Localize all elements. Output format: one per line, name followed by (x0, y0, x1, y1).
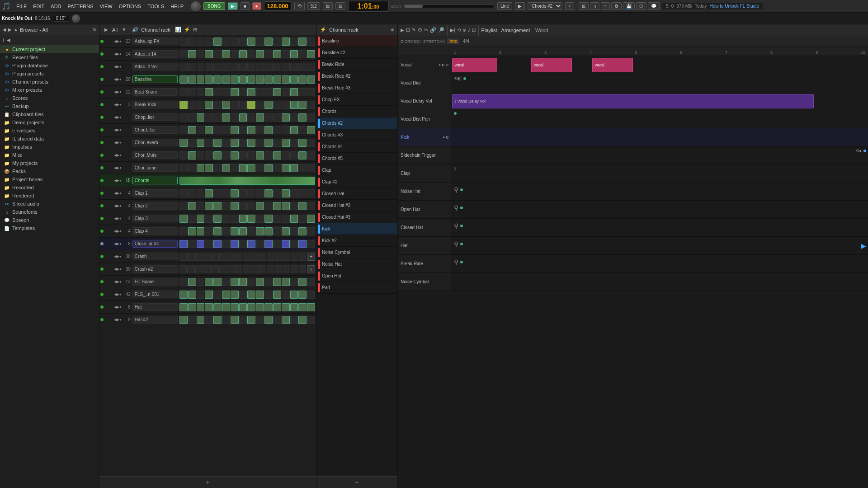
kick-solo-btn[interactable]: ◐ (446, 135, 449, 139)
mixer-item-chords2[interactable]: Chords #2 (316, 117, 397, 129)
mixer-toggle-btn[interactable]: ≡ (391, 27, 394, 32)
browser-item-project-bones[interactable]: 📁 Project bones (0, 175, 99, 183)
browser-item-envelopes[interactable]: 📁 Envelopes (0, 127, 99, 135)
mixer-item-breakride[interactable]: Break Ride (316, 59, 397, 70)
chat-icon[interactable]: 💬 (648, 2, 660, 10)
browser-item-misc[interactable]: 📁 Misc (0, 151, 99, 159)
arr-tools-icon2[interactable]: ✎ (412, 27, 416, 33)
mix-btn[interactable]: ⊞ (323, 2, 333, 10)
kick-mute-btn[interactable]: ● (443, 135, 445, 139)
crash-add-btn[interactable]: + (307, 253, 315, 261)
save-icon[interactable]: 💾 (623, 2, 635, 10)
mixer-item-chords3[interactable]: Chords #3 (316, 129, 397, 141)
mixer-item-clap[interactable]: Clap (316, 164, 397, 176)
mixer-item-breakride2[interactable]: Break Ride #2 (316, 70, 397, 82)
progress-bar[interactable] (404, 5, 495, 8)
vocal-mute-btn[interactable]: ● (439, 63, 441, 67)
crash2-add-btn[interactable]: + (307, 265, 315, 273)
add-mixer-btn[interactable]: + (316, 476, 397, 488)
menu-options[interactable]: OPTIONS (116, 3, 144, 10)
browser-item-backup[interactable]: ↩ Backup (0, 102, 99, 110)
mixer-item-breakride3[interactable]: Break Ride #3 (316, 82, 397, 94)
browser-item-impulses[interactable]: 📁 Impulses (0, 143, 99, 151)
arr-tools-icon6[interactable]: 🔎 (438, 27, 444, 33)
intro-marker[interactable]: Intro (447, 38, 459, 44)
browser-item-plugin-db[interactable]: ⚙ Plugin database (0, 61, 99, 70)
mixer-item-pad[interactable]: Pad (316, 282, 397, 294)
mixer-item-closedhat2[interactable]: Closed Hat #2 (316, 200, 397, 211)
arr-record-arm[interactable]: ⊗ (462, 28, 466, 33)
merge-btn[interactable]: ⊟ (335, 2, 345, 10)
arr-tools-icon5[interactable]: 🔗 (430, 27, 436, 33)
record-btn[interactable]: ● (252, 2, 261, 10)
main-knob[interactable] (191, 1, 201, 11)
browser-refresh[interactable]: ↻ (93, 27, 96, 32)
mixer-item-chopfx[interactable]: Chop FX (316, 94, 397, 106)
arr-expand[interactable]: ▶ (401, 28, 404, 33)
hat-nav-arrow[interactable]: ▶ (861, 242, 866, 249)
vocal-delay-block[interactable]: ♩ Vocal Delay Vol (452, 94, 814, 108)
loop-btn[interactable]: ⟲ (294, 2, 305, 10)
menu-file[interactable]: FILE (14, 3, 29, 10)
browser-item-channel-presets[interactable]: ⚙ Channel presets (0, 78, 99, 86)
beat-btn[interactable]: 3:2 (307, 2, 320, 10)
browser-item-mixer-presets[interactable]: ⚙ Mixer presets (0, 86, 99, 94)
menu-edit[interactable]: EDIT (30, 3, 47, 10)
browser-item-speech[interactable]: 💬 Speech (0, 216, 99, 224)
channel-rack-expand[interactable]: ▶ (103, 27, 109, 33)
chords-selector[interactable]: Chords #1 Chords #2 Chords #3 (528, 2, 562, 10)
mixer-item-bassline2[interactable]: Bassline #2 (316, 47, 397, 59)
mixer-item-bassline[interactable]: Bassline (316, 35, 397, 47)
chords-pattern[interactable] (179, 177, 315, 185)
mixer-icon[interactable]: ⊞ (579, 2, 589, 10)
vocal-block-3[interactable]: Vocal (592, 58, 633, 72)
arr-play-from[interactable]: ▶| (450, 28, 455, 33)
browser-item-sliced-audio[interactable]: ✂ Sliced audio (0, 200, 99, 208)
browser-item-current-project[interactable]: ★ Current project (0, 45, 99, 53)
arr-tools-icon4[interactable]: ✂ (424, 27, 428, 33)
mixer-item-clap2[interactable]: Clap #2 (316, 176, 397, 188)
position-knob[interactable] (72, 14, 80, 23)
browser-item-il-shared[interactable]: 📁 IL shared data (0, 135, 99, 143)
mixer-item-chords[interactable]: Chords (316, 106, 397, 117)
vocal-block-1[interactable]: Vocal (452, 58, 497, 72)
arr-tools-icon1[interactable]: ⊞ (406, 27, 410, 33)
browser-nav-back[interactable]: ◀ (3, 27, 6, 32)
browser-item-soundfonts[interactable]: ♫ Soundfonts (0, 208, 99, 216)
chords-add-btn[interactable]: + (565, 2, 574, 10)
mixer-item-noisehat[interactable]: Noise Hat (316, 258, 397, 270)
menu-add[interactable]: ADD (48, 3, 64, 10)
eq-icon[interactable]: ≡ (601, 2, 610, 10)
piano-icon[interactable]: ♫ (590, 2, 600, 10)
browser-nav-up[interactable]: ▲ (14, 27, 18, 32)
browser-add-btn[interactable]: + (2, 37, 5, 43)
mixer-item-openhat[interactable]: Open Hat (316, 270, 397, 282)
arr-metronome[interactable]: ♩ (468, 28, 470, 33)
browser-item-recent-files[interactable]: ⏱ Recent files (0, 53, 99, 61)
arr-loop-toggle[interactable]: ⟲ (457, 28, 461, 33)
mixer-item-kick2[interactable]: Kick #2 (316, 235, 397, 247)
render-icon[interactable]: ⬡ (636, 2, 646, 10)
browser-item-packs[interactable]: 📦 Packs (0, 167, 99, 175)
bpm-display[interactable]: 128.000 (264, 1, 292, 11)
stop-btn[interactable]: ■ (241, 2, 250, 10)
menu-help[interactable]: HELP (168, 3, 186, 10)
browser-item-plugin-presets[interactable]: ⚙ Plugin presets (0, 70, 99, 78)
browser-item-scores[interactable]: ♪ Scores (0, 94, 99, 102)
mixer-item-kick[interactable]: Kick (316, 223, 397, 235)
mixer-item-chords4[interactable]: Chords #4 (316, 141, 397, 153)
browser-item-templates[interactable]: 📄 Templates (0, 224, 99, 232)
browser-item-my-projects[interactable]: 📁 My projects (0, 159, 99, 167)
menu-tools[interactable]: TOOLS (145, 3, 167, 10)
settings-icon[interactable]: ⚙ (611, 2, 622, 10)
vocal-solo-btn[interactable]: ◐ (442, 63, 445, 67)
mixer-item-closedhat[interactable]: Closed Hat (316, 188, 397, 200)
browser-nav-forward[interactable]: ▶ (8, 27, 12, 32)
browser-item-rendered[interactable]: 📁 Rendered (0, 192, 99, 200)
menu-view[interactable]: VIEW (97, 3, 115, 10)
vocal-block-2[interactable]: Vocal (531, 58, 572, 72)
menu-patterns[interactable]: PATTERNS (65, 3, 96, 10)
browser-volume-btn[interactable]: ◀ (7, 38, 10, 42)
mixer-item-chords5[interactable]: Chords #5 (316, 153, 397, 164)
how-to-link[interactable]: How to Unlock FL Studio (709, 4, 759, 9)
